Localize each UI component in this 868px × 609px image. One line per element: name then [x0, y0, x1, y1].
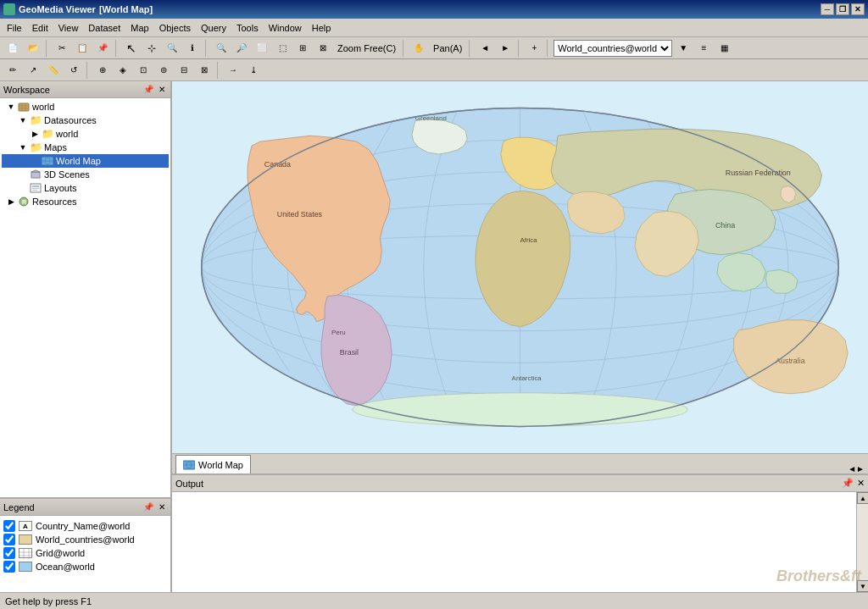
restore-button[interactable]: ❐ [836, 3, 849, 15]
zoom-in-btn[interactable]: 🔍 [212, 39, 231, 58]
node-btn[interactable]: ◈ [114, 61, 132, 80]
digitize-btn[interactable]: ✏ [3, 61, 22, 80]
move-btn[interactable]: ⊟ [175, 61, 193, 80]
legend-header: Legend 📌 ✕ [0, 499, 170, 516]
tree-item-world[interactable]: ▼ world [2, 100, 169, 113]
zoom-free-btn[interactable]: ⊠ [314, 39, 332, 58]
status-text: Get help by press F1 [5, 596, 92, 606]
workspace-header: Workspace 📌 ✕ [0, 81, 170, 98]
layer-settings-btn[interactable]: ▼ [674, 39, 693, 58]
select2-btn[interactable]: ⊹ [142, 39, 161, 58]
menu-item-help[interactable]: Help [307, 21, 337, 35]
app-icon [3, 3, 15, 15]
delete-btn[interactable]: ⊠ [195, 61, 214, 80]
zoom-ext-btn[interactable]: ⊞ [293, 39, 312, 58]
svg-rect-8 [31, 172, 40, 178]
worldmap-tab[interactable]: World Map [175, 455, 251, 473]
svg-marker-9 [31, 170, 40, 172]
pan-btn[interactable]: ✋ [409, 39, 428, 58]
legend-check-countryname[interactable] [3, 520, 15, 532]
load-btn[interactable]: ⤓ [244, 61, 263, 80]
3dscenes-icon [29, 169, 42, 180]
tree-item-3dscenes[interactable]: ▶ 3D Scenes [2, 168, 169, 181]
title-text: GeoMedia Viewer [World Map] [3, 3, 153, 15]
svg-text:Brasil: Brasil [340, 348, 359, 357]
legend-check-grid[interactable] [3, 547, 15, 559]
layer-extra-btn[interactable]: ▦ [715, 39, 733, 58]
sep9 [217, 62, 220, 79]
select-btn[interactable]: ↖ [122, 39, 141, 58]
output-scroll-up-btn[interactable]: ▲ [857, 492, 868, 504]
output-header: Output 📌 ✕ [172, 475, 868, 492]
tree-item-datasources[interactable]: ▼ 📁 Datasources [2, 113, 169, 127]
identify-btn[interactable]: ℹ [183, 39, 202, 58]
menu-item-tools[interactable]: Tools [231, 21, 264, 35]
expand-maps[interactable]: ▼ [17, 143, 29, 152]
world-label: world [32, 102, 54, 112]
arrow-btn[interactable]: → [224, 61, 242, 80]
app-name: GeoMedia Viewer [19, 4, 96, 14]
legend-label-ocean: Ocean@world [36, 562, 95, 572]
output-header-btns: 📌 ✕ [842, 478, 865, 489]
output-close-btn[interactable]: ✕ [857, 478, 865, 489]
tree-item-layouts[interactable]: ▶ Layouts [2, 181, 169, 195]
legend-check-worldcountries[interactable] [3, 534, 15, 545]
select3-btn[interactable]: ↗ [24, 61, 42, 80]
world-ds-label: world [56, 129, 78, 139]
output-pin-btn[interactable]: 📌 [842, 478, 854, 489]
tree-item-world-ds[interactable]: ▶ 📁 world [2, 127, 169, 141]
sep6 [518, 40, 521, 57]
add-layer-btn[interactable]: + [525, 39, 543, 58]
close-button[interactable]: ✕ [851, 3, 865, 15]
open-btn[interactable]: 📂 [24, 39, 42, 58]
layer-dropdown[interactable]: World_countries@world [554, 40, 672, 57]
rotate-btn[interactable]: ↺ [64, 61, 83, 80]
svg-text:R: R [22, 199, 26, 205]
map-viewport[interactable]: Brasil Peru Russian Federation China [172, 81, 868, 453]
world-icon [17, 101, 31, 113]
menu-item-view[interactable]: View [53, 21, 84, 35]
menu-item-dataset[interactable]: Dataset [83, 21, 125, 35]
expand-resources[interactable]: ▶ [5, 197, 17, 206]
legend-item-worldcountries: World_countries@world [3, 533, 167, 546]
svg-rect-13 [32, 190, 37, 191]
paste-btn[interactable]: 📌 [93, 39, 112, 58]
zoom-rect-btn[interactable]: ⬜ [253, 39, 271, 58]
zoom-full-btn[interactable]: ⬚ [273, 39, 292, 58]
workspace-close-btn[interactable]: ✕ [157, 85, 167, 94]
expand-world[interactable]: ▼ [5, 102, 17, 111]
menu-item-objects[interactable]: Objects [154, 21, 196, 35]
svg-point-26 [353, 393, 688, 427]
zoom-out-btn[interactable]: 🔎 [232, 39, 251, 58]
cut-btn[interactable]: ✂ [53, 39, 71, 58]
legend-close-btn[interactable]: ✕ [157, 502, 167, 512]
menu-item-edit[interactable]: Edit [27, 21, 53, 35]
query-btn[interactable]: 🔍 [163, 39, 181, 58]
new-btn[interactable]: 📄 [3, 39, 22, 58]
snap-btn[interactable]: ⊕ [93, 61, 112, 80]
tree-item-maps[interactable]: ▼ 📁 Maps [2, 141, 169, 154]
edit-btn[interactable]: ⊡ [134, 61, 153, 80]
tab-scroll-right[interactable]: ► [856, 464, 865, 473]
sep4 [403, 40, 406, 57]
next-view-btn[interactable]: ► [496, 39, 515, 58]
legend-check-ocean[interactable] [3, 561, 15, 573]
expand-world-ds[interactable]: ▶ [29, 130, 41, 138]
tab-scroll-left[interactable]: ◄ [848, 464, 856, 473]
copy-btn[interactable]: 📋 [73, 39, 92, 58]
layer-mgr-btn[interactable]: ≡ [694, 39, 713, 58]
menu-item-query[interactable]: Query [196, 21, 231, 35]
menu-item-file[interactable]: File [2, 21, 27, 35]
minimize-button[interactable]: ─ [821, 3, 834, 15]
expand-datasources[interactable]: ▼ [17, 116, 29, 125]
legend-pin-btn[interactable]: 📌 [142, 502, 155, 512]
workspace-pin-btn[interactable]: 📌 [142, 85, 155, 94]
tree-item-resources[interactable]: ▶ R Resources [2, 195, 169, 208]
measure-btn[interactable]: 📏 [44, 61, 63, 80]
menu-item-map[interactable]: Map [125, 21, 153, 35]
buffer-btn[interactable]: ⊚ [154, 61, 173, 80]
menu-item-window[interactable]: Window [264, 21, 307, 35]
tree-item-worldmap[interactable]: ▶ World Map [2, 154, 169, 168]
prev-view-btn[interactable]: ◄ [476, 39, 494, 58]
workspace-tree: ▼ world ▼ 📁 Datasources ▶ [0, 98, 170, 497]
